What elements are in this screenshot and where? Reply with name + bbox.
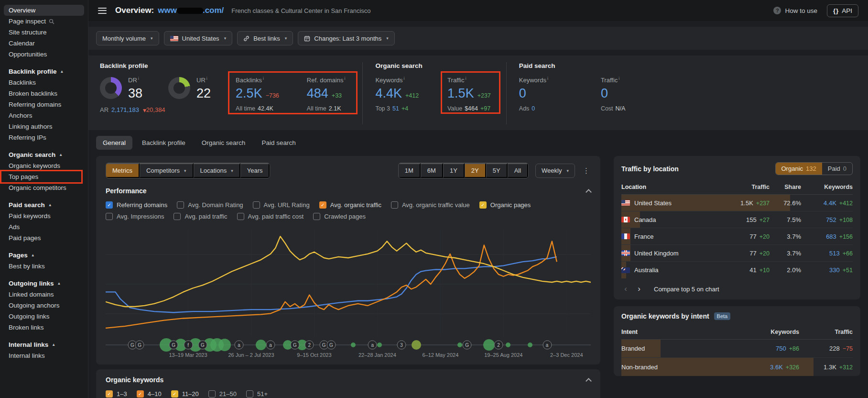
sidebar-item-page-inspect[interactable]: Page inspect — [4, 16, 84, 27]
sidebar-item-outgoing-anchors[interactable]: Outgoing anchors — [4, 300, 84, 311]
sidebar-item-organic-competitors[interactable]: Organic competitors — [4, 182, 84, 193]
backlinks-value[interactable]: 2.5K — [236, 87, 262, 100]
column-header-share[interactable]: Share — [770, 184, 801, 190]
filter-monthly-volume[interactable]: Monthly volume▾ — [96, 31, 159, 45]
tab-backlink-profile[interactable]: Backlink profile — [135, 136, 192, 150]
event-badge-g[interactable]: G — [198, 341, 207, 350]
event-badge-3[interactable]: 3 — [397, 341, 406, 350]
toggle-avg-impressions[interactable]: Avg. Impressions — [106, 213, 164, 220]
tab-organic-search[interactable]: Organic search — [195, 136, 252, 150]
sidebar-group-internal-links[interactable]: Internal links▲ — [4, 339, 84, 350]
prev-page-button[interactable]: ‹ — [619, 283, 632, 295]
event-badge-a[interactable]: a — [266, 341, 275, 350]
toggle-11-20[interactable]: ✓11–20 — [171, 390, 199, 398]
info-icon[interactable]: i — [206, 76, 207, 81]
toggle-referring-domains[interactable]: ✓Referring domains — [106, 201, 167, 209]
toggle-avg-organic-traffic-value[interactable]: Avg. organic traffic value — [391, 201, 470, 209]
sidebar-item-internal-links[interactable]: Internal links — [4, 350, 84, 361]
collapse-chevron-icon[interactable] — [586, 378, 592, 384]
toggle-4-10[interactable]: ✓4–10 — [137, 390, 162, 398]
sidebar-item-paid-keywords[interactable]: Paid keywords — [4, 210, 84, 221]
event-badge-g[interactable]: G — [169, 341, 178, 350]
column-header-location[interactable]: Location — [621, 184, 718, 190]
range-1m[interactable]: 1M — [399, 163, 421, 178]
event-dot[interactable] — [506, 343, 510, 347]
sidebar-item-ads[interactable]: Ads — [4, 221, 84, 232]
range-2y[interactable]: 2Y — [465, 163, 486, 178]
column-header-traffic[interactable]: Traffic — [799, 329, 853, 335]
sidebar-item-best-by-links[interactable]: Best by links — [4, 261, 84, 272]
event-badge-g[interactable]: G — [463, 341, 472, 350]
column-header-keywords[interactable]: Keywords — [801, 184, 853, 190]
event-dot[interactable] — [483, 339, 495, 351]
event-badge-a[interactable]: a — [235, 341, 244, 350]
sidebar-item-opportunities[interactable]: Opportunities — [4, 49, 84, 60]
location-row-united-kingdom[interactable]: United Kingdom77+203.7%513+66 — [621, 245, 853, 262]
event-dot[interactable] — [412, 340, 421, 350]
toggle-crawled-pages[interactable]: Crawled pages — [313, 213, 366, 220]
info-icon[interactable]: i — [466, 76, 467, 81]
sidebar-item-referring-ips[interactable]: Referring IPs — [4, 132, 84, 143]
location-row-canada[interactable]: Canada155+277.5%752+108 — [621, 211, 853, 228]
button-competitors[interactable]: Competitors▾ — [140, 163, 194, 178]
range-all[interactable]: All — [508, 163, 528, 178]
sidebar-item-top-pages[interactable]: Top pages — [4, 171, 84, 182]
sidebar-item-outgoing-links[interactable]: Outgoing links — [4, 311, 84, 322]
sidebar-item-backlinks[interactable]: Backlinks — [4, 77, 84, 88]
compare-top5-label[interactable]: Compare top 5 on chart — [654, 286, 719, 293]
column-header-traffic[interactable]: Traffic — [718, 184, 770, 190]
range-5y[interactable]: 5Y — [486, 163, 508, 178]
toggle-avg-paid-traffic-cost[interactable]: Avg. paid traffic cost — [237, 213, 304, 220]
button-locations[interactable]: Locations▾ — [194, 163, 240, 178]
info-icon[interactable]: i — [263, 76, 264, 81]
range-1y[interactable]: 1Y — [443, 163, 465, 178]
event-dot[interactable] — [528, 343, 532, 347]
range-6m[interactable]: 6M — [421, 163, 443, 178]
location-row-australia[interactable]: Australia41+102.0%330+51 — [621, 262, 853, 278]
event-badge-2[interactable]: 2 — [494, 341, 503, 350]
event-dot[interactable] — [457, 343, 462, 347]
info-icon[interactable]: i — [547, 76, 548, 81]
sidebar-item-linking-authors[interactable]: Linking authors — [4, 121, 84, 132]
event-badge-2[interactable]: 2 — [305, 341, 314, 350]
filter-best-links[interactable]: Best links▾ — [237, 31, 293, 45]
location-row-united-states[interactable]: United States1.5K+23772.6%4.4K+412 — [621, 195, 853, 211]
info-icon[interactable]: i — [403, 76, 404, 81]
event-badge-g[interactable]: G — [326, 341, 336, 350]
event-dot[interactable] — [377, 343, 382, 347]
tab-general[interactable]: General — [96, 136, 132, 150]
event-dot[interactable] — [351, 343, 356, 347]
event-badge-g[interactable]: G — [135, 341, 144, 350]
sidebar-item-site-structure[interactable]: Site structure — [4, 27, 84, 38]
event-badge-f[interactable]: f — [184, 341, 193, 350]
intent-row-non-branded[interactable]: Non-branded3.6K+3261.3K+312 — [621, 358, 853, 376]
toggle-avg-paid-traffic[interactable]: Avg. paid traffic — [174, 213, 227, 220]
sidebar-group-backlink-profile[interactable]: Backlink profile▲ — [4, 66, 84, 77]
info-icon[interactable]: i — [344, 76, 345, 81]
sidebar-group-organic-search[interactable]: Organic search▲ — [4, 149, 84, 160]
sidebar-item-linked-domains[interactable]: Linked domains — [4, 289, 84, 300]
sidebar-group-paid-search[interactable]: Paid search▲ — [4, 199, 84, 210]
sidebar-item-anchors[interactable]: Anchors — [4, 110, 84, 121]
paid-toggle-button[interactable]: Paid0 — [822, 163, 852, 175]
toggle-51-[interactable]: 51+ — [246, 390, 268, 398]
sidebar-item-calendar[interactable]: Calendar — [4, 38, 84, 49]
next-page-button[interactable]: › — [633, 283, 645, 295]
filter-united-states[interactable]: United States▾ — [164, 31, 233, 45]
sidebar-group-pages[interactable]: Pages▲ — [4, 250, 84, 261]
tab-paid-search[interactable]: Paid search — [255, 136, 302, 150]
sidebar-item-paid-pages[interactable]: Paid pages — [4, 232, 84, 243]
info-icon[interactable]: i — [618, 76, 619, 81]
toggle-organic-pages[interactable]: ✓Organic pages — [479, 201, 531, 209]
toggle-avg-organic-traffic[interactable]: ✓Avg. organic traffic — [319, 201, 381, 209]
api-button[interactable]: { }API — [827, 4, 858, 17]
how-to-use-link[interactable]: ?How to use — [773, 7, 817, 14]
event-badge-g[interactable]: G — [290, 341, 299, 350]
toggle-avg-url-rating[interactable]: Avg. URL Rating — [253, 201, 310, 209]
sidebar-item-organic-keywords[interactable]: Organic keywords — [4, 160, 84, 171]
toggle-avg-domain-rating[interactable]: Avg. Domain Rating — [177, 201, 243, 209]
granularity-dropdown[interactable]: Weekly▾ — [535, 164, 575, 178]
button-years[interactable]: Years — [240, 163, 270, 178]
toggle-21-50[interactable]: 21–50 — [208, 390, 237, 398]
event-badge-a[interactable]: a — [368, 341, 377, 350]
